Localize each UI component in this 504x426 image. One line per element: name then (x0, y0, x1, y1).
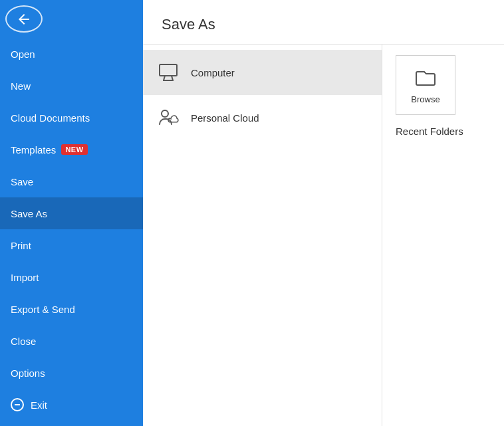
sidebar-item-options[interactable]: Options (0, 357, 143, 389)
page-title: Save As (143, 0, 504, 45)
browse-button[interactable]: Browse (396, 55, 455, 115)
sidebar-item-templates[interactable]: Templates NEW (0, 134, 143, 165)
sidebar-item-label: Save (11, 176, 33, 187)
folder-icon (414, 66, 438, 90)
browse-label: Browse (411, 94, 440, 104)
sidebar-item-import[interactable]: Import (0, 261, 143, 293)
computer-icon (156, 60, 180, 84)
back-button[interactable] (5, 5, 43, 33)
templates-new-badge: NEW (61, 144, 87, 155)
svg-point-4 (162, 110, 168, 117)
sidebar-item-export-send[interactable]: Export & Send (0, 293, 143, 325)
sidebar-item-label: Close (11, 336, 36, 347)
svg-line-1 (164, 76, 165, 80)
sidebar-nav: Open New Cloud Documents Templates NEW S… (0, 38, 143, 389)
sidebar-item-label: Options (11, 368, 45, 379)
sidebar-item-print[interactable]: Print (0, 229, 143, 261)
sidebar-item-label: Open (11, 49, 35, 60)
sidebar-item-label: Save As (11, 208, 47, 219)
sidebar: Open New Cloud Documents Templates NEW S… (0, 0, 143, 426)
sidebar-item-label: Export & Send (11, 304, 75, 315)
back-icon (16, 11, 32, 27)
main-content: Save As Computer (143, 0, 504, 426)
sidebar-item-save[interactable]: Save (0, 165, 143, 197)
location-list: Computer Personal Cloud (143, 45, 382, 426)
location-item-computer[interactable]: Computer (143, 50, 382, 95)
svg-rect-0 (160, 64, 177, 76)
sidebar-item-save-as[interactable]: Save As (0, 197, 143, 229)
personal-cloud-icon (156, 106, 180, 130)
sidebar-item-close[interactable]: Close (0, 325, 143, 357)
exit-icon (11, 398, 24, 411)
sidebar-item-open[interactable]: Open (0, 38, 143, 70)
sidebar-item-cloud-documents[interactable]: Cloud Documents (0, 102, 143, 134)
location-label: Computer (191, 67, 235, 78)
sidebar-item-label: New (11, 80, 31, 92)
location-label: Personal Cloud (191, 112, 259, 124)
main-body: Computer Personal Cloud (143, 45, 504, 426)
svg-line-2 (172, 76, 173, 80)
location-item-personal-cloud[interactable]: Personal Cloud (143, 95, 382, 140)
sidebar-item-label: Templates (11, 144, 56, 156)
right-panel: Browse Recent Folders (382, 45, 504, 426)
sidebar-item-label: Cloud Documents (11, 112, 90, 124)
sidebar-item-label: Print (11, 240, 31, 251)
exit-label: Exit (31, 399, 47, 411)
sidebar-item-label: Import (11, 272, 39, 283)
recent-folders-title: Recent Folders (396, 126, 463, 137)
sidebar-item-new[interactable]: New (0, 70, 143, 102)
exit-button[interactable]: Exit (0, 389, 143, 421)
